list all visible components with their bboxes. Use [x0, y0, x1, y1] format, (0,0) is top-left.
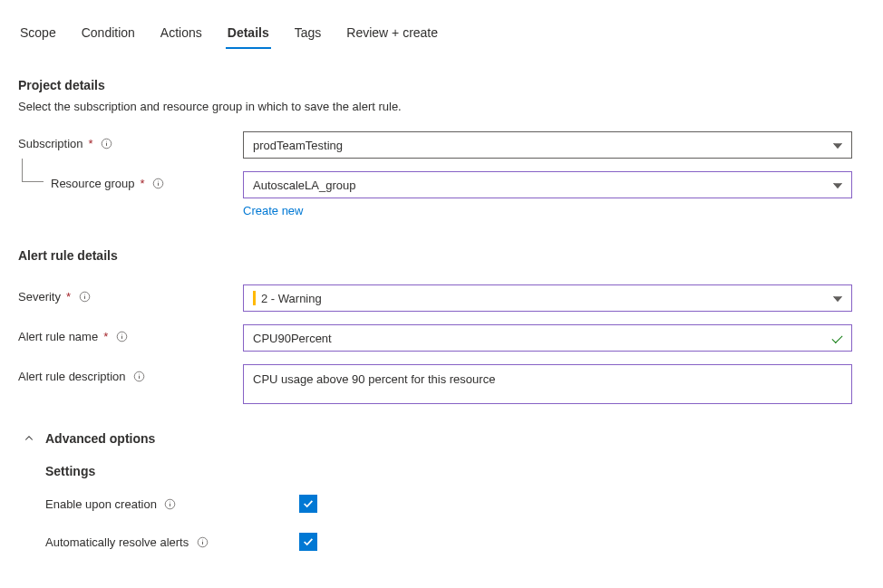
- info-icon[interactable]: [196, 535, 209, 548]
- subscription-label-col: Subscription *: [18, 131, 243, 150]
- subscription-input-col: prodTeamTesting: [243, 131, 852, 159]
- advanced-options-title: Advanced options: [45, 431, 155, 446]
- alert-rule-description-label: Alert rule description: [18, 370, 126, 383]
- alert-rule-description-label-col: Alert rule description: [18, 364, 243, 383]
- project-details-description: Select the subscription and resource gro…: [18, 100, 865, 113]
- tab-tags-label: Tags: [295, 25, 322, 40]
- alert-rule-name-input-col: CPU90Percent: [243, 324, 852, 352]
- tabs-bar: Scope Condition Actions Details Tags Rev…: [18, 18, 865, 49]
- tab-review[interactable]: Review + create: [344, 18, 440, 49]
- project-details-section: Project details Select the subscription …: [18, 78, 865, 217]
- chevron-down-icon: [831, 178, 844, 191]
- severity-label-col: Severity *: [18, 284, 243, 304]
- settings-title: Settings: [45, 464, 865, 478]
- tab-scope-label: Scope: [20, 25, 56, 40]
- enable-upon-creation-checkbox[interactable]: [299, 495, 317, 513]
- alert-rule-name-row: Alert rule name * CPU90Percent: [18, 324, 865, 352]
- info-icon[interactable]: [115, 331, 128, 343]
- svg-point-17: [170, 501, 170, 502]
- enable-upon-creation-label-col: Enable upon creation: [45, 497, 299, 511]
- alert-rule-name-input[interactable]: CPU90Percent: [243, 324, 852, 352]
- alert-rule-name-label: Alert rule name: [18, 330, 98, 343]
- chevron-down-icon: [831, 292, 844, 304]
- tab-condition[interactable]: Condition: [80, 18, 137, 49]
- resource-group-value: AutoscaleLA_group: [253, 178, 355, 192]
- subscription-row: Subscription * prodTeamTesting: [18, 131, 865, 159]
- alert-rule-description-input[interactable]: CPU usage above 90 percent for this reso…: [243, 364, 852, 404]
- resource-group-input-col: AutoscaleLA_group Create new: [243, 171, 852, 217]
- svg-point-14: [139, 373, 140, 374]
- check-icon: [302, 535, 315, 548]
- required-asterisk: *: [89, 137, 93, 150]
- required-asterisk: *: [103, 330, 108, 343]
- severity-row: Severity * 2 - Warning: [18, 284, 865, 312]
- svg-point-11: [121, 333, 122, 334]
- settings-block: Settings Enable upon creation Automatica…: [45, 464, 865, 551]
- project-details-title: Project details: [18, 78, 865, 92]
- check-icon: [302, 497, 315, 510]
- severity-input-col: 2 - Warning: [243, 284, 852, 312]
- tab-actions-label: Actions: [160, 25, 202, 40]
- alert-rule-description-value: CPU usage above 90 percent for this reso…: [253, 372, 495, 386]
- tab-scope[interactable]: Scope: [18, 18, 58, 49]
- resource-group-label-col: Resource group *: [18, 171, 243, 190]
- svg-point-20: [202, 539, 203, 540]
- severity-label: Severity: [18, 290, 61, 304]
- tab-review-label: Review + create: [346, 25, 438, 40]
- subscription-label: Subscription: [18, 137, 83, 150]
- required-asterisk: *: [141, 177, 145, 190]
- enable-upon-creation-row: Enable upon creation: [45, 495, 865, 513]
- advanced-options-toggle[interactable]: Advanced options: [24, 431, 865, 446]
- severity-dropdown[interactable]: 2 - Warning: [243, 284, 852, 312]
- resource-group-dropdown[interactable]: AutoscaleLA_group: [243, 171, 852, 198]
- alert-rule-description-input-col: CPU usage above 90 percent for this reso…: [243, 364, 852, 404]
- alert-rule-details-section: Alert rule details Severity * 2 - Warnin…: [18, 248, 865, 404]
- enable-upon-creation-label: Enable upon creation: [45, 497, 157, 511]
- alert-rule-description-row: Alert rule description CPU usage above 9…: [18, 364, 865, 404]
- auto-resolve-checkbox[interactable]: [299, 533, 317, 551]
- indent-connector: [22, 159, 44, 182]
- auto-resolve-row: Automatically resolve alerts: [45, 533, 865, 551]
- severity-value: 2 - Warning: [261, 292, 322, 305]
- chevron-up-icon: [24, 433, 34, 444]
- required-asterisk: *: [66, 290, 71, 304]
- auto-resolve-label-col: Automatically resolve alerts: [45, 535, 299, 549]
- auto-resolve-label: Automatically resolve alerts: [45, 535, 189, 549]
- info-icon[interactable]: [164, 497, 177, 510]
- svg-point-2: [106, 140, 107, 141]
- create-new-link[interactable]: Create new: [243, 204, 303, 217]
- info-icon[interactable]: [152, 178, 165, 190]
- resource-group-row: Resource group * AutoscaleLA_group Creat…: [18, 171, 865, 217]
- tab-details-label: Details: [228, 25, 269, 40]
- svg-point-8: [84, 294, 85, 294]
- chevron-down-icon: [831, 139, 844, 151]
- info-icon[interactable]: [78, 291, 91, 304]
- info-icon[interactable]: [101, 138, 113, 150]
- alert-rule-name-value: CPU90Percent: [253, 332, 332, 345]
- tab-tags[interactable]: Tags: [293, 18, 324, 49]
- severity-color-indicator: [253, 291, 256, 305]
- tab-details[interactable]: Details: [226, 18, 271, 49]
- tab-actions[interactable]: Actions: [159, 18, 204, 49]
- alert-rule-details-title: Alert rule details: [18, 248, 865, 263]
- alert-rule-name-label-col: Alert rule name *: [18, 324, 243, 343]
- subscription-dropdown[interactable]: prodTeamTesting: [243, 131, 852, 159]
- info-icon[interactable]: [133, 371, 146, 383]
- subscription-value: prodTeamTesting: [253, 139, 343, 152]
- resource-group-label: Resource group: [51, 177, 135, 190]
- svg-point-5: [158, 180, 159, 181]
- tab-condition-label: Condition: [82, 25, 135, 40]
